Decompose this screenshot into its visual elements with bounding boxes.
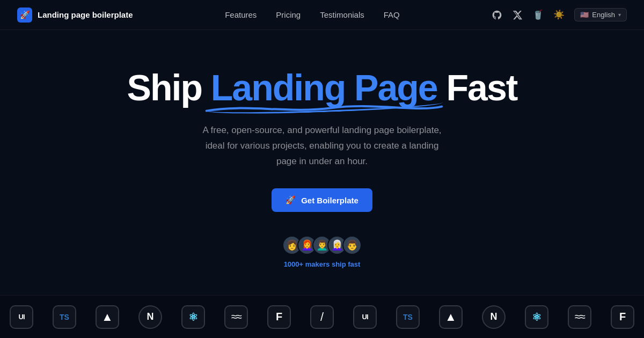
navbar: 🚀 Landing page boilerplate Features Pric…	[0, 0, 644, 30]
vercel-icon: ▲	[96, 305, 119, 329]
logo-icon: 🚀	[17, 8, 32, 23]
social-proof: 👩 👩‍🦰 👨‍🦱 👩‍🦳 👨 1000+ makers ship fast	[282, 236, 362, 268]
shadcn-icon: UI	[10, 305, 33, 329]
social-count: 1000+	[284, 260, 304, 268]
hero-content: Ship Landing Page Fast A free, open-sour…	[0, 30, 644, 268]
nav-actions: 🥤 ☀️ 🇺🇸 English ▾	[492, 8, 627, 21]
list-item: N	[129, 296, 172, 339]
typescript-icon: TS	[53, 305, 76, 329]
nav-testimonials[interactable]: Testimonials	[320, 10, 364, 19]
underline-decoration	[203, 101, 445, 115]
list-item: UI	[343, 296, 386, 339]
list-item: TS	[43, 296, 86, 339]
nav-brand: 🚀 Landing page boilerplate	[17, 8, 133, 23]
framer-icon-2: F	[611, 305, 634, 329]
hero-section: Ship Landing Page Fast A free, open-sour…	[0, 30, 644, 268]
cta-rocket-icon: 🚀	[286, 195, 296, 205]
list-item: ▲	[429, 296, 472, 339]
framer-icon: F	[267, 305, 291, 329]
next-icon-2: N	[482, 305, 506, 329]
list-item: UI	[0, 296, 43, 339]
tailwind-icon-2: ≈≈	[568, 305, 591, 329]
coffee-icon[interactable]: 🥤	[532, 9, 544, 20]
list-item: ⚛	[172, 296, 215, 339]
list-item: ≈≈	[558, 296, 601, 339]
vercel-icon-2: ▲	[439, 305, 463, 329]
shadcn-icon-2: UI	[353, 305, 377, 329]
hero-title-highlight: Landing Page	[211, 68, 437, 108]
github-icon[interactable]	[492, 10, 502, 20]
lang-label: English	[592, 11, 615, 19]
stripe-icon: /	[310, 305, 334, 329]
nav-links: Features Pricing Testimonials FAQ	[225, 10, 400, 19]
list-item: F	[601, 296, 644, 339]
language-selector[interactable]: 🇺🇸 English ▾	[574, 8, 627, 21]
list-item: ⚛	[515, 296, 558, 339]
twitter-icon[interactable]	[512, 10, 523, 20]
list-item: TS	[386, 296, 429, 339]
marquee-track: UI TS ▲ N ⚛ ≈≈ F / UI TS ▲ N ⚛ ≈≈ F / UI…	[0, 296, 644, 339]
list-item: /	[301, 296, 343, 339]
avatar: 👨	[342, 236, 362, 255]
list-item: ▲	[86, 296, 129, 339]
hero-title: Ship Landing Page Fast	[127, 68, 517, 108]
list-item: N	[472, 296, 515, 339]
cta-label: Get Boilerplate	[301, 196, 358, 205]
nav-faq[interactable]: FAQ	[384, 10, 400, 19]
avatar-group: 👩 👩‍🦰 👨‍🦱 👩‍🦳 👨	[282, 236, 362, 255]
hero-subtitle: A free, open-source, and powerful landin…	[199, 123, 445, 170]
nav-features[interactable]: Features	[225, 10, 257, 19]
social-count-text: 1000+ makers ship fast	[284, 260, 361, 268]
nav-pricing[interactable]: Pricing	[276, 10, 301, 19]
list-item: F	[258, 296, 301, 339]
site-title: Landing page boilerplate	[38, 10, 133, 19]
cta-button[interactable]: 🚀 Get Boilerplate	[272, 188, 372, 212]
tech-marquee: UI TS ▲ N ⚛ ≈≈ F / UI TS ▲ N ⚛ ≈≈ F / UI…	[0, 295, 644, 338]
next-icon: N	[138, 305, 162, 329]
typescript-icon-2: TS	[396, 305, 420, 329]
tailwind-icon: ≈≈	[224, 305, 248, 329]
react-icon-2: ⚛	[525, 305, 548, 329]
hero-title-after: Fast	[437, 67, 517, 108]
react-icon: ⚛	[181, 305, 205, 329]
chevron-down-icon: ▾	[618, 12, 621, 18]
hero-title-before: Ship	[127, 67, 211, 108]
theme-toggle-icon[interactable]: ☀️	[553, 9, 565, 20]
lang-flag: 🇺🇸	[580, 11, 589, 19]
list-item: ≈≈	[215, 296, 258, 339]
social-label: makers ship fast	[303, 260, 360, 268]
